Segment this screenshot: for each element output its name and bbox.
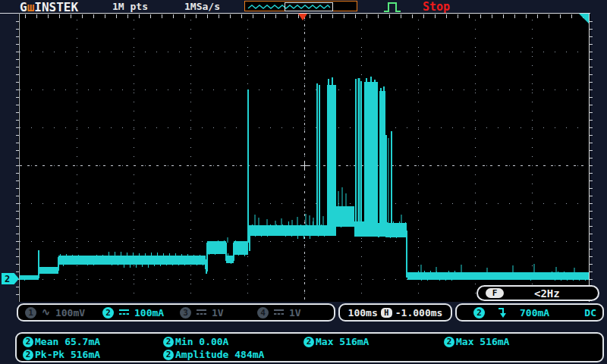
measurement-channel-badge: 2 — [23, 337, 33, 347]
falling-edge-icon — [497, 306, 508, 318]
trigger-level-value: 700mA — [520, 307, 549, 318]
measurement-text: Pk-Pk 516mA — [35, 349, 100, 360]
measurement-text: Amplitude 484mA — [175, 349, 264, 360]
channel-badge-4: 4 — [257, 307, 269, 318]
channel-badge-3: 3 — [180, 307, 191, 318]
measurements-panel: 2Mean 65.7mA2Min 0.00A2Max 516mA2Max 516… — [15, 332, 604, 362]
measurement-item: 2Max 516mA — [444, 335, 602, 348]
channel-indicator-3[interactable]: 31V — [176, 307, 253, 318]
dc-coupling-icon — [274, 309, 284, 316]
measurement-item: 2Min 0.00A — [163, 335, 304, 348]
channel-scale-1: 100mV — [55, 307, 85, 318]
waveform-display — [0, 0, 607, 303]
horizontal-position-icon: H — [381, 308, 392, 318]
frequency-value: <2Hz — [534, 287, 560, 300]
channel-scale-2: 100mA — [134, 307, 164, 318]
measurement-text: Max 516mA — [456, 336, 509, 347]
timebase-scale: 100ms — [348, 307, 378, 318]
measurement-channel-badge: 2 — [23, 350, 33, 360]
measurement-channel-badge: 2 — [304, 337, 314, 347]
channel-badge-1: 1 — [25, 307, 36, 318]
channel-scale-4: 1V — [289, 307, 301, 318]
measurement-text: Mean 65.7mA — [35, 336, 100, 347]
channel-indicator-2[interactable]: 2100mA — [99, 307, 176, 318]
channel2-ground-label: 2 — [5, 274, 10, 284]
frequency-counter: F <2Hz — [476, 285, 599, 301]
measurement-item: 2Max 516mA — [304, 335, 444, 348]
channel-scale-3: 1V — [212, 307, 224, 318]
measurement-item: 2Mean 65.7mA — [23, 335, 163, 348]
measurement-channel-badge: 2 — [444, 337, 454, 347]
measurement-text: Max 516mA — [316, 336, 369, 347]
dc-coupling-icon — [197, 309, 206, 316]
measurement-channel-badge: 2 — [163, 337, 174, 347]
oscilloscope-screen: GшINSTEK 1M pts 1MSa/s Stop 2 F <2Hz 1∿1… — [0, 0, 607, 364]
trigger-status-box[interactable]: 2 700mA DC — [455, 303, 604, 322]
channel-status-group: 1∿100mV2100mA31V41V — [17, 303, 335, 322]
dc-coupling-icon — [119, 309, 129, 316]
channel-indicator-4[interactable]: 41V — [253, 307, 331, 318]
measurement-text: Min 0.00A — [175, 336, 228, 347]
frequency-icon: F — [486, 288, 504, 298]
channel-indicator-1[interactable]: 1∿100mV — [21, 307, 99, 318]
trigger-coupling: DC — [584, 307, 596, 318]
trigger-source-badge: 2 — [473, 307, 485, 318]
ac-coupling-icon: ∿ — [42, 309, 50, 316]
measurement-item: 2Pk-Pk 516mA — [23, 348, 163, 361]
horizontal-position-value: -1.000ms — [395, 307, 443, 318]
channel-badge-2: 2 — [102, 307, 114, 318]
measurement-item: 2Amplitude 484mA — [163, 348, 304, 361]
measurement-channel-badge: 2 — [163, 350, 174, 360]
timebase-status-box[interactable]: 100ms H -1.000ms — [338, 303, 452, 322]
